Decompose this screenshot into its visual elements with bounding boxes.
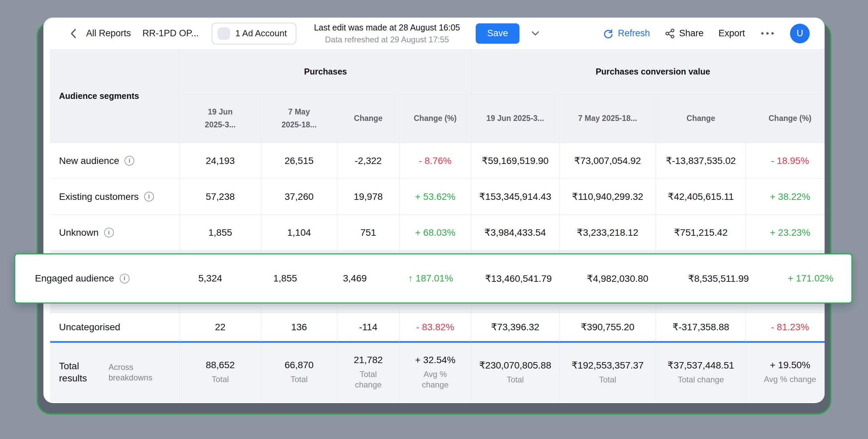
segment-label-cell: New audiencei <box>50 143 180 179</box>
save-button[interactable]: Save <box>476 23 520 44</box>
engaged-audience-label-cell: Engaged audience i <box>15 254 170 302</box>
value-cell: ₹-13,837,535.02 <box>656 143 746 179</box>
value-cell: + 38.22% <box>746 179 825 214</box>
segment-label-cell: Uncategorised <box>50 313 180 343</box>
user-avatar[interactable]: U <box>790 24 810 43</box>
value-cell: ₹110,940,299.32 <box>559 179 656 214</box>
value-cell: ₹42,405,615.11 <box>656 179 746 214</box>
table-row[interactable]: Unknowni1,8551,104751+ 68.03%₹3,984,433.… <box>50 214 825 250</box>
value-cell: ₹13,460,541.79 <box>471 254 566 302</box>
value-cell: + 53.62% <box>399 179 471 214</box>
dot-icon <box>766 32 769 35</box>
value-cell: ₹73,007,054.92 <box>559 143 656 179</box>
value-cell: 22 <box>180 313 261 343</box>
total-cell: 66,870Total <box>261 343 337 402</box>
toolbar: All Reports RR-1PD OP... 1 Ad Account La… <box>43 18 825 49</box>
dot-icon <box>771 32 774 35</box>
info-icon[interactable]: i <box>124 156 134 166</box>
value-cell: 136 <box>261 313 337 343</box>
audience-segments-header: Audience segments <box>50 49 180 143</box>
value-cell: - 83.82% <box>399 313 471 343</box>
value-cell: ₹8,535,511.99 <box>669 254 768 302</box>
row-label: Unknown <box>59 227 99 238</box>
screen: { "toolbar": { "back": "All Reports", "r… <box>0 0 868 439</box>
column-header[interactable]: 19 Jun2025-3... <box>180 94 261 143</box>
row-label: Uncategorised <box>59 322 120 333</box>
column-header[interactable]: 7 May 2025-18... <box>559 94 656 143</box>
column-header[interactable]: Change <box>337 94 399 143</box>
value-cell: 3,469 <box>319 254 390 302</box>
value-cell: + 23.23% <box>746 215 825 250</box>
value-cell: -114 <box>337 313 399 343</box>
share-icon <box>665 28 675 39</box>
column-header[interactable]: Change (%) <box>746 94 825 143</box>
share-label: Share <box>679 28 704 39</box>
total-results-cell: Total results Across breakdowns <box>50 343 180 402</box>
chevron-down-icon <box>531 30 540 37</box>
column-header[interactable]: 7 May2025-18... <box>261 94 337 143</box>
total-cell: 88,652Total <box>180 343 261 402</box>
row-label: Existing customers <box>59 191 139 202</box>
table-row[interactable]: Uncategorised22136-114- 83.82%₹73,396.32… <box>50 313 825 343</box>
value-cell: -2,322 <box>337 143 399 179</box>
total-cell: ₹192,553,357.37Total <box>559 343 656 402</box>
value-cell: - 18.95% <box>746 143 825 179</box>
value-cell: 37,260 <box>261 179 337 214</box>
table-row[interactable]: New audiencei24,19326,515-2,322- 8.76%₹5… <box>50 143 825 179</box>
total-cell: + 19.50%Avg % change <box>746 343 825 402</box>
value-cell: ₹-317,358.88 <box>656 313 746 343</box>
share-button[interactable]: Share <box>665 28 704 39</box>
value-cell: ₹3,984,433.54 <box>471 215 559 250</box>
info-icon[interactable]: i <box>144 192 154 202</box>
total-results-label: Total results <box>59 360 96 385</box>
more-options-button[interactable] <box>760 29 775 38</box>
table-header: Audience segments Purchases Purchases co… <box>50 49 825 143</box>
refresh-button[interactable]: Refresh <box>603 28 650 39</box>
ad-account-icon <box>218 27 230 40</box>
refresh-label: Refresh <box>618 28 650 39</box>
column-header[interactable]: 19 Jun 2025-3... <box>471 94 559 143</box>
value-cell: 26,515 <box>261 143 337 179</box>
all-reports-link[interactable]: All Reports <box>86 28 131 39</box>
dot-icon <box>761 32 764 35</box>
ad-account-selector[interactable]: 1 Ad Account <box>212 23 296 44</box>
last-edit-text: Last edit was made at 28 August 16:05 <box>314 22 460 33</box>
value-cell: 1,855 <box>180 215 261 250</box>
toolbar-actions: Refresh Share Export U <box>603 24 810 43</box>
value-cell: ₹59,169,519.90 <box>471 143 559 179</box>
value-cell: 19,978 <box>337 179 399 214</box>
refresh-icon <box>603 28 614 39</box>
purchases-group-header: Purchases <box>180 49 471 94</box>
value-cell: - 8.76% <box>399 143 471 179</box>
table-row[interactable]: Existing customersi57,23837,26019,978+ 5… <box>50 179 825 214</box>
ad-account-label: 1 Ad Account <box>235 28 287 39</box>
total-cell: 21,782Total change <box>337 343 399 402</box>
row-label: New audience <box>59 155 119 166</box>
value-cell: ₹390,755.20 <box>559 313 656 343</box>
info-icon[interactable]: i <box>104 228 114 237</box>
table-body: New audiencei24,19326,515-2,322- 8.76%₹5… <box>50 143 825 343</box>
value-cell: 751 <box>337 215 399 250</box>
export-button[interactable]: Export <box>718 28 745 39</box>
info-icon[interactable]: i <box>120 274 130 284</box>
report-name[interactable]: RR-1PD OP... <box>142 28 199 39</box>
value-cell: 57,238 <box>180 179 261 214</box>
row-label: Engaged audience <box>35 273 114 284</box>
column-header[interactable]: Change <box>656 94 746 143</box>
value-cell: ₹4,982,030.80 <box>566 254 669 302</box>
value-cell: 5,324 <box>170 254 251 302</box>
value-cell: + 171.02% <box>768 254 853 302</box>
save-options-button[interactable] <box>531 30 540 37</box>
engaged-audience-row[interactable]: Engaged audience i 5,3241,8553,469↑ 187.… <box>14 253 852 304</box>
edit-status: Last edit was made at 28 August 16:05 Da… <box>314 22 460 45</box>
value-cell: + 68.03% <box>399 215 471 250</box>
data-refreshed-text: Data refreshed at 29 August 17:55 <box>314 34 460 45</box>
across-breakdowns-label: Across breakdowns <box>108 362 170 383</box>
back-button[interactable] <box>68 28 79 39</box>
value-cell: ₹73,396.32 <box>471 313 559 343</box>
value-cell: 24,193 <box>180 143 261 179</box>
column-header[interactable]: Change (%) <box>399 94 471 143</box>
purchases-conversion-group-header: Purchases conversion value <box>471 49 825 94</box>
value-cell: 1,104 <box>261 215 337 250</box>
value-cell: ₹153,345,914.43 <box>471 179 559 214</box>
